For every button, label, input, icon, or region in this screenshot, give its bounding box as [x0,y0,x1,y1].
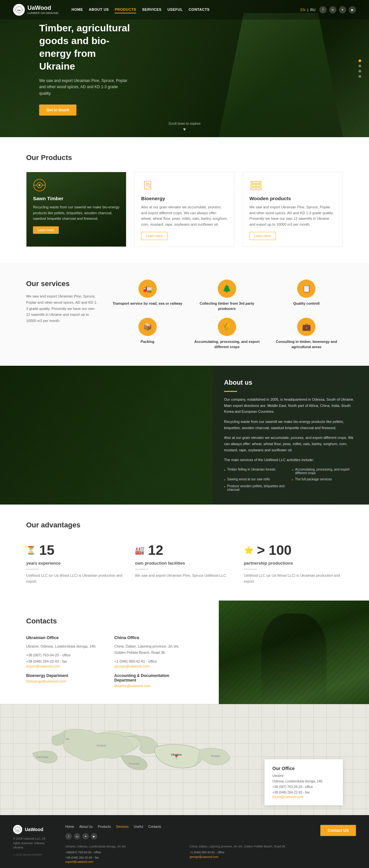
svg-text:Poland: Poland [97,744,106,747]
advantage-1: 🏭 12 own production facilities We saw an… [135,542,234,584]
footer-nav-useful[interactable]: Useful [134,825,143,829]
china-dept-email[interactable]: dinamic@uawood.com [114,684,189,688]
footer-logo-area: Ua UaWood © 2018 Uawood LLC. All rights … [13,825,52,856]
hero-dot-3[interactable] [359,70,361,72]
china-phone-1: +1 (046) 083-42-81 - office [114,658,189,664]
product-card-wooden: Wooden products We saw and export Ukrain… [243,172,343,247]
bullet-2: • [224,478,225,482]
footer-nav-services[interactable]: Services [116,825,128,829]
service-item-2: 📋 Quality controll [270,280,343,311]
advantage-0: ⏳ 15 years experience UaWood LLC (or Ua … [26,542,125,584]
scroll-down[interactable]: Scroll down to explore ▼ [168,122,201,132]
footer-ukraine-email[interactable]: export@uawood.com [65,860,183,863]
contact-us-button[interactable]: Contact US [320,825,356,836]
services-section: Our services We saw and export Ukrainian… [0,263,369,366]
contacts-section: Contacts Ukrainian Office Ukraine, Odess… [0,600,216,704]
instagram-icon[interactable]: ✦ [339,6,346,13]
footer-social: f in ✦ ▶ [65,833,307,840]
lang-sep: | [307,8,308,12]
product-desc-0: Recycling waste from our sawmill we make… [33,205,120,222]
advantage-2: ⭐ > 100 partnership productions UaWood L… [244,542,343,584]
service-name-3: Packing [141,339,154,344]
footer-nav: Home About Us Products Services Useful C… [65,825,307,829]
footer-instagram-icon[interactable]: ✦ [82,833,89,840]
product-cta-0[interactable]: Learn more [33,226,59,234]
ukraine-office-address: Ukraine, Odessa, Lustdorskaia doroga, 14… [26,643,101,650]
bullet-3: • [292,478,293,482]
china-dept-title: Accounting & Documentation Department [114,673,189,683]
nav-home[interactable]: HOME [71,6,83,13]
linkedin-icon[interactable]: in [329,6,336,13]
facebook-icon[interactable]: f [319,6,327,13]
china-office-address: China, Dalian, Liaoning province, Jin sh… [114,643,189,655]
product-name-2: Wooden products [249,196,336,201]
footer-copy: © 2018 Uawood LLC. All rights reserved. … [13,837,52,850]
about-section: About us Our company, established in 200… [0,366,369,504]
office-card-email[interactable]: export@uawood.com [272,795,335,799]
lang-en[interactable]: EN [301,8,305,12]
about-title: About us [224,379,357,386]
hero-cta-button[interactable]: Get in touch [39,104,76,116]
scroll-text: Scroll down to explore [168,122,201,125]
footer-dev-credit: ⬡ SITE DEVELOPMENT [13,853,52,856]
nav-services[interactable]: SERVICES [142,6,161,13]
footer-youtube-icon[interactable]: ▶ [91,833,97,840]
service-icon-5: 💼 [297,318,315,336]
ukraine-office: Ukrainian Office Ukraine, Odessa, Lustdo… [26,635,101,688]
office-card-phone1: +38 (067) 763-04-20 - office [272,784,335,789]
product-desc-2: We saw and export Ukrainian Pine, Spruce… [249,205,336,227]
youtube-icon[interactable]: ▶ [349,6,356,13]
about-para-1: Recycling waste from our sawmill we make… [224,418,357,431]
lang-ru[interactable]: RU [310,8,315,12]
services-grid: 🚛 Transport service by road, sea or rail… [111,280,343,349]
svg-text:Germany: Germany [36,755,49,758]
about-list: • Timber felling in Ukrainian forests • … [224,468,357,492]
hero-dot-2[interactable] [359,65,361,67]
ukraine-email[interactable]: export@uawood.com [26,664,101,668]
product-cta-2[interactable]: Learn more [249,232,276,240]
ukraine-dept-email[interactable]: bioenergy@uawood.com [26,679,101,683]
nav-contacts[interactable]: CONTACTS [189,6,210,13]
nav-useful[interactable]: USEFUL [167,6,183,13]
about-list-text-1: Accumulating, processing, and export dif… [295,468,357,475]
footer-middle: Home About Us Products Services Useful C… [65,825,307,863]
services-layout: Our services We saw and export Ukrainian… [26,280,343,349]
advantages-title: Our advantages [26,521,343,529]
about-para-3: The main services of the UaWood LLC acti… [224,457,357,463]
about-list-text-3: The full package services [295,477,332,481]
nav-about[interactable]: ABOUT US [89,6,109,13]
about-list-4: • Produce wooden pellets, briquettes and… [224,484,289,492]
advantage-label-2: partnership productions [244,561,343,566]
nav-products[interactable]: PRODUCTS [115,6,136,13]
about-list-3: • The full package services [292,477,357,482]
office-card-country: Ukraine [272,773,335,778]
footer-china-email[interactable]: george@uawood.com [190,855,308,859]
hero-dot-1[interactable] [359,59,361,62]
footer-nav-about[interactable]: About Us [79,825,93,829]
footer-nav-contacts[interactable]: Contacts [148,825,161,829]
office-card-title: Our Office [272,766,335,771]
footer-facebook-icon[interactable]: f [65,833,72,840]
china-email[interactable]: george@uawood.com [114,664,189,668]
about-para-2: Also at our grain elevator we accumulate… [224,435,357,453]
footer-nav-home[interactable]: Home [65,825,74,829]
about-para-0: Our company, established in 2005, is hea… [224,397,357,415]
footer-top: Ua UaWood © 2018 Uawood LLC. All rights … [13,825,356,863]
product-card-sawn-timber: Sawn Timber Recycling waste from our saw… [26,172,126,247]
wooden-products-icon [249,179,263,192]
footer-nav-products[interactable]: Products [98,825,111,829]
advantage-desc-0: UaWood LLC (or Ua Wood LLC) is Ukrainian… [26,573,125,584]
advantage-divider-2 [244,569,257,569]
svg-text:Ua: Ua [16,829,19,831]
advantage-icon-1: 🏭 [135,546,145,555]
hero-dot-4[interactable] [359,75,361,78]
logo[interactable]: Ua UaWood LUMBER ON DEMAND [13,4,58,16]
product-name-0: Sawn Timber [33,196,120,201]
service-item-1: 🌲 Collecting timber from 3rd party produ… [190,280,263,311]
footer-linkedin-icon[interactable]: in [74,833,80,840]
ukraine-dept-title: Bioenergy Department [26,673,101,678]
footer-logo-icon: Ua [13,825,22,834]
product-cta-1[interactable]: Learn more [141,232,167,240]
product-name-1: Bioenergy [141,196,227,201]
footer-china-phone1: +1 (046) 083-42-81 - office [190,850,308,855]
